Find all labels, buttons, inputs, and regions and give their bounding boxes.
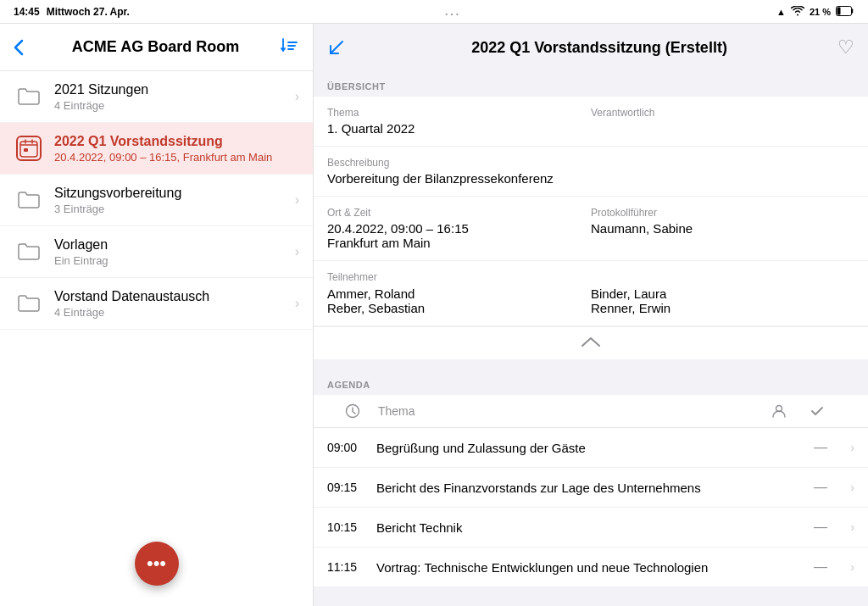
agenda-title-2: Bericht des Finanzvorstands zur Lage des… xyxy=(370,481,804,495)
agenda-header-clock-icon xyxy=(327,403,378,419)
agenda-title-1: Begrüßung und Zulassung der Gäste xyxy=(370,441,804,455)
signal-icon: ▲ xyxy=(776,7,786,17)
svg-rect-1 xyxy=(837,7,840,14)
calendar-icon xyxy=(14,133,44,164)
list-item-title: Sitzungsvorbereitung xyxy=(54,186,295,201)
right-panel: 2022 Q1 Vorstandssitzung (Erstellt) ♡ ÜB… xyxy=(314,24,868,606)
overview-row-ort: Ort & Zeit 20.4.2022, 09:00 – 16:15 Fran… xyxy=(314,197,868,261)
status-bar: 14:45 Mittwoch 27. Apr. ... ▲ 21 % xyxy=(0,0,868,24)
verantwortlich-label: Verantwortlich xyxy=(591,107,854,119)
list-item-subtitle: 4 Einträge xyxy=(54,306,295,319)
app-container: ACME AG Board Room 2021 Si xyxy=(0,24,868,606)
diagonal-arrow-icon[interactable] xyxy=(327,38,361,57)
list-item[interactable]: Vorlagen Ein Eintrag › xyxy=(0,226,313,278)
list-item-title: Vorlagen xyxy=(54,237,295,253)
right-content: ÜBERSICHT Thema 1. Quartal 2022 Verantwo… xyxy=(314,71,868,606)
status-date: Mittwoch 27. Apr. xyxy=(47,6,130,18)
overview-row-thema: Thema 1. Quartal 2022 Verantwortlich xyxy=(314,97,868,147)
agenda-header-thema: Thema xyxy=(378,404,758,418)
overview-row-teilnehmer: Teilnehmer Ammer, Roland Reber, Sebastia… xyxy=(314,261,868,326)
left-list: 2021 Sitzungen 4 Einträge › xyxy=(0,71,313,606)
agenda-header-person-icon xyxy=(758,403,800,419)
ort-zeit-label: Ort & Zeit xyxy=(327,207,591,219)
agenda-section-label: AGENDA xyxy=(314,370,868,395)
status-bar-left: 14:45 Mittwoch 27. Apr. xyxy=(14,6,130,18)
agenda-item-1[interactable]: 09:00 Begrüßung und Zulassung der Gäste … xyxy=(314,428,868,468)
beschreibung-label: Beschreibung xyxy=(327,157,854,169)
fab-dots-icon: ••• xyxy=(147,553,166,575)
status-time: 14:45 xyxy=(14,6,40,18)
agenda-title-3: Bericht Technik xyxy=(370,520,804,535)
right-panel-title: 2022 Q1 Vorstandssitzung (Erstellt) xyxy=(361,39,837,57)
teilnehmer-2-col2: Renner, Erwin xyxy=(591,301,854,315)
list-item-active[interactable]: 2022 Q1 Vorstandssitzung 20.4.2022, 09:0… xyxy=(0,123,313,175)
agenda-chevron-1: › xyxy=(837,441,854,454)
agenda-item-4[interactable]: 11:15 Vortrag: Technische Entwicklungen … xyxy=(314,548,868,587)
status-bar-right: ▲ 21 % xyxy=(776,6,854,18)
chevron-right-icon: › xyxy=(295,89,299,104)
list-item-subtitle-active: 20.4.2022, 09:00 – 16:15, Frankfurt am M… xyxy=(54,151,299,164)
heart-icon[interactable]: ♡ xyxy=(837,36,854,58)
list-item[interactable]: Vorstand Datenaustausch 4 Einträge › xyxy=(0,278,313,330)
teilnehmer-label: Teilnehmer xyxy=(327,271,854,283)
agenda-time-4: 11:15 xyxy=(327,560,370,574)
chevron-right-icon: › xyxy=(295,192,299,208)
collapse-button[interactable] xyxy=(314,326,868,359)
list-item-content: 2021 Sitzungen 4 Einträge xyxy=(54,82,295,112)
agenda-chevron-2: › xyxy=(837,481,854,494)
folder-icon xyxy=(14,236,44,267)
agenda-dash-2: — xyxy=(804,480,837,495)
list-item-subtitle: 4 Einträge xyxy=(54,99,295,112)
agenda-time-2: 09:15 xyxy=(327,481,370,494)
folder-icon xyxy=(14,81,44,112)
list-item-title: 2021 Sitzungen xyxy=(54,82,295,97)
overview-row-beschreibung: Beschreibung Vorbereitung der Bilanzpres… xyxy=(314,147,868,197)
list-item-content: Vorlagen Ein Eintrag xyxy=(54,237,295,267)
agenda-chevron-3: › xyxy=(837,520,854,534)
teilnehmer-1-col1: Ammer, Roland xyxy=(327,286,591,301)
protokollfuehrer-label: Protokollführer xyxy=(591,207,854,219)
agenda-title-4: Vortrag: Technische Entwicklungen und ne… xyxy=(370,560,804,575)
thema-value: 1. Quartal 2022 xyxy=(327,121,591,136)
wifi-icon xyxy=(791,6,804,18)
list-item-title: Vorstand Datenaustausch xyxy=(54,289,295,304)
agenda-dash-1: — xyxy=(804,440,837,455)
list-item-content: Vorstand Datenaustausch 4 Einträge xyxy=(54,289,295,319)
fab-button[interactable]: ••• xyxy=(135,542,179,586)
list-item[interactable]: Sitzungsvorbereitung 3 Einträge › xyxy=(0,175,313,226)
battery-status: 21 % xyxy=(810,7,831,17)
teilnehmer-1-col2: Binder, Laura xyxy=(591,286,854,301)
overview-section-label: ÜBERSICHT xyxy=(314,71,868,97)
list-item-content: Sitzungsvorbereitung 3 Einträge xyxy=(54,186,295,215)
beschreibung-value: Vorbereitung der Bilanzpressekonferenz xyxy=(327,171,854,186)
list-item-content-active: 2022 Q1 Vorstandssitzung 20.4.2022, 09:0… xyxy=(54,134,299,164)
overview-card: Thema 1. Quartal 2022 Verantwortlich Bes… xyxy=(314,97,868,359)
svg-rect-2 xyxy=(20,142,37,157)
teilnehmer-2-col1: Reber, Sebastian xyxy=(327,301,591,315)
status-dots: ... xyxy=(445,6,461,18)
agenda-dash-4: — xyxy=(804,559,837,575)
ort-zeit-value2: Frankfurt am Main xyxy=(327,236,591,250)
agenda-card: Thema 09:0 xyxy=(314,395,868,587)
agenda-time-3: 10:15 xyxy=(327,520,370,534)
sort-button[interactable] xyxy=(281,37,299,57)
left-header: ACME AG Board Room xyxy=(0,24,313,71)
thema-label: Thema xyxy=(327,107,591,119)
agenda-header-check-icon xyxy=(800,406,834,416)
list-item[interactable]: 2021 Sitzungen 4 Einträge › xyxy=(0,71,313,123)
svg-rect-3 xyxy=(24,148,28,152)
agenda-time-1: 09:00 xyxy=(327,441,370,454)
agenda-item-3[interactable]: 10:15 Bericht Technik — › xyxy=(314,508,868,548)
chevron-right-icon: › xyxy=(295,244,299,259)
folder-icon xyxy=(14,185,44,215)
agenda-dash-3: — xyxy=(804,520,837,535)
chevron-right-icon: › xyxy=(295,296,299,311)
folder-icon xyxy=(14,288,44,319)
left-panel-title: ACME AG Board Room xyxy=(31,38,281,56)
agenda-item-2[interactable]: 09:15 Bericht des Finanzvorstands zur La… xyxy=(314,468,868,508)
right-header: 2022 Q1 Vorstandssitzung (Erstellt) ♡ xyxy=(314,24,868,71)
ort-zeit-value1: 20.4.2022, 09:00 – 16:15 xyxy=(327,221,591,236)
back-button[interactable] xyxy=(14,39,24,56)
agenda-chevron-4: › xyxy=(837,560,854,574)
list-item-subtitle: 3 Einträge xyxy=(54,203,295,215)
